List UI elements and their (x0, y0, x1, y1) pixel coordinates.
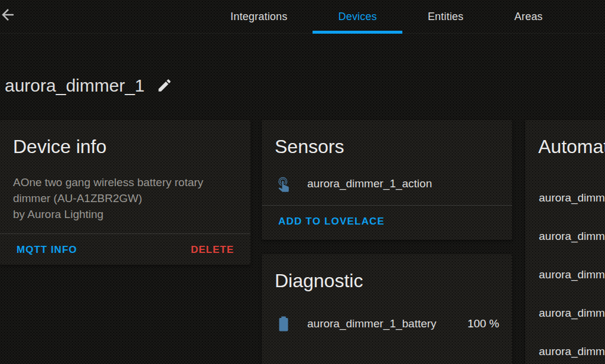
entity-state: 100 % (467, 317, 499, 330)
automation-list-item[interactable]: aurora_dimmer_1 (525, 332, 605, 364)
battery-icon (275, 315, 292, 333)
device-model: AOne two gang wireless battery rotary di… (13, 174, 238, 206)
device-info-card: Device info AOne two gang wireless batte… (0, 120, 251, 265)
entity-name: aurora_dimmer_1_battery (307, 317, 437, 330)
entity-row-battery[interactable]: aurora_dimmer_1_battery 100 % (262, 310, 512, 338)
add-to-lovelace-button[interactable]: ADD TO LOVELACE (278, 216, 385, 228)
page-title: aurora_dimmer_1 (5, 76, 145, 96)
app-bar: Integrations Devices Entities Areas (0, 0, 605, 34)
nav-tabs: Integrations Devices Entities Areas (205, 0, 568, 34)
tab-integrations[interactable]: Integrations (205, 0, 313, 34)
tab-areas[interactable]: Areas (489, 0, 568, 34)
back-button[interactable] (0, 5, 21, 27)
column-automations: Automations aurora_dimmer_1 aurora_dimme… (525, 120, 605, 364)
tab-entities[interactable]: Entities (402, 0, 489, 34)
diagnostic-card: Diagnostic aurora_dimmer_1_battery 100 %… (262, 254, 512, 364)
device-description: AOne two gang wireless battery rotary di… (0, 174, 251, 222)
edit-device-name-button[interactable] (157, 77, 173, 94)
page-header: aurora_dimmer_1 (5, 76, 173, 96)
pencil-icon (157, 85, 173, 95)
automations-card: Automations aurora_dimmer_1 aurora_dimme… (525, 120, 605, 364)
sensors-card: Sensors aurora_dimmer_1_action ADD TO LO… (262, 120, 512, 240)
device-manufacturer: by Aurora Lighting (13, 206, 238, 222)
automations-list: aurora_dimmer_1 aurora_dimmer_1 aurora_d… (525, 178, 605, 364)
tab-devices[interactable]: Devices (313, 0, 402, 34)
arrow-left-icon (0, 6, 17, 26)
delete-device-button[interactable]: DELETE (186, 239, 239, 261)
sensors-card-footer: ADD TO LOVELACE (262, 206, 512, 228)
device-info-actions: MQTT INFO DELETE (0, 234, 251, 265)
gesture-double-tap-icon (275, 175, 292, 193)
automation-list-item[interactable]: aurora_dimmer_1 (525, 255, 605, 294)
device-info-title: Device info (0, 120, 251, 158)
entity-name: aurora_dimmer_1_action (307, 177, 432, 190)
automations-title: Automations (525, 120, 605, 158)
automation-list-item[interactable]: aurora_dimmer_1 (525, 217, 605, 255)
mqtt-info-button[interactable]: MQTT INFO (12, 239, 82, 261)
column-entities: Sensors aurora_dimmer_1_action ADD TO LO… (262, 120, 512, 364)
automation-list-item[interactable]: aurora_dimmer_1 (525, 294, 605, 332)
entity-row-action[interactable]: aurora_dimmer_1_action (262, 170, 512, 198)
device-page-content: Device info AOne two gang wireless batte… (0, 120, 605, 364)
column-device-info: Device info AOne two gang wireless batte… (0, 120, 251, 364)
diagnostic-title: Diagnostic (262, 254, 512, 292)
automation-list-item[interactable]: aurora_dimmer_1 (525, 178, 605, 217)
sensors-title: Sensors (262, 120, 512, 158)
